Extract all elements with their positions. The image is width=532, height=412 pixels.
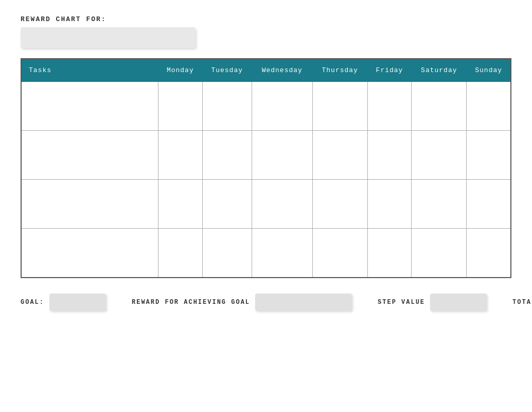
col-wednesday: Wednesday — [252, 59, 312, 82]
task-cell-2-1[interactable] — [158, 131, 203, 180]
name-input-wrapper — [21, 27, 511, 48]
task-cell-2-0[interactable] — [21, 131, 158, 180]
task-cell-3-2[interactable] — [202, 180, 252, 229]
task-cell-1-2[interactable] — [202, 82, 252, 131]
task-cell-2-3[interactable] — [252, 131, 312, 180]
task-cell-2-2[interactable] — [202, 131, 252, 180]
task-cell-4-6[interactable] — [412, 229, 467, 278]
task-cell-4-3[interactable] — [252, 229, 312, 278]
goal-label: GOAL: — [21, 299, 44, 306]
table-row — [21, 180, 511, 229]
table-row — [21, 82, 511, 131]
table-header-row: Tasks Monday Tuesday Wednesday Thursday … — [21, 59, 511, 82]
goal-input[interactable] — [49, 294, 106, 311]
task-cell-1-0[interactable] — [21, 82, 158, 131]
task-cell-4-5[interactable] — [367, 229, 412, 278]
col-thursday: Thursday — [312, 59, 367, 82]
task-cell-3-3[interactable] — [252, 180, 312, 229]
task-cell-4-2[interactable] — [202, 229, 252, 278]
name-input[interactable] — [21, 27, 196, 48]
task-cell-1-1[interactable] — [158, 82, 203, 131]
page-title: REWARD CHART FOR: — [21, 15, 511, 23]
task-cell-3-4[interactable] — [312, 180, 367, 229]
reward-chart-table: Tasks Monday Tuesday Wednesday Thursday … — [21, 58, 511, 278]
task-cell-3-6[interactable] — [412, 180, 467, 229]
step-label: STEP VALUE — [378, 299, 425, 306]
col-sunday: Sunday — [467, 59, 511, 82]
task-cell-3-1[interactable] — [158, 180, 203, 229]
task-cell-1-6[interactable] — [412, 82, 467, 131]
task-cell-1-4[interactable] — [312, 82, 367, 131]
step-input[interactable] — [430, 294, 487, 311]
col-friday: Friday — [367, 59, 412, 82]
footer-bar: GOAL: REWARD FOR ACHIEVING GOAL STEP VAL… — [21, 294, 511, 311]
task-cell-1-3[interactable] — [252, 82, 312, 131]
reward-input[interactable] — [255, 294, 352, 311]
task-cell-4-7[interactable] — [467, 229, 511, 278]
table-row — [21, 131, 511, 180]
task-cell-2-7[interactable] — [467, 131, 511, 180]
col-monday: Monday — [158, 59, 203, 82]
total-label: TOTAL — [512, 299, 532, 306]
task-cell-3-5[interactable] — [367, 180, 412, 229]
reward-label: REWARD FOR ACHIEVING GOAL — [132, 299, 250, 306]
table-row — [21, 229, 511, 278]
task-cell-1-7[interactable] — [467, 82, 511, 131]
task-cell-3-0[interactable] — [21, 180, 158, 229]
task-cell-2-5[interactable] — [367, 131, 412, 180]
task-cell-3-7[interactable] — [467, 180, 511, 229]
task-cell-4-4[interactable] — [312, 229, 367, 278]
col-saturday: Saturday — [412, 59, 467, 82]
task-cell-4-1[interactable] — [158, 229, 203, 278]
task-cell-1-5[interactable] — [367, 82, 412, 131]
col-tasks: Tasks — [21, 59, 158, 82]
task-cell-2-6[interactable] — [412, 131, 467, 180]
col-tuesday: Tuesday — [202, 59, 252, 82]
task-cell-2-4[interactable] — [312, 131, 367, 180]
task-cell-4-0[interactable] — [21, 229, 158, 278]
